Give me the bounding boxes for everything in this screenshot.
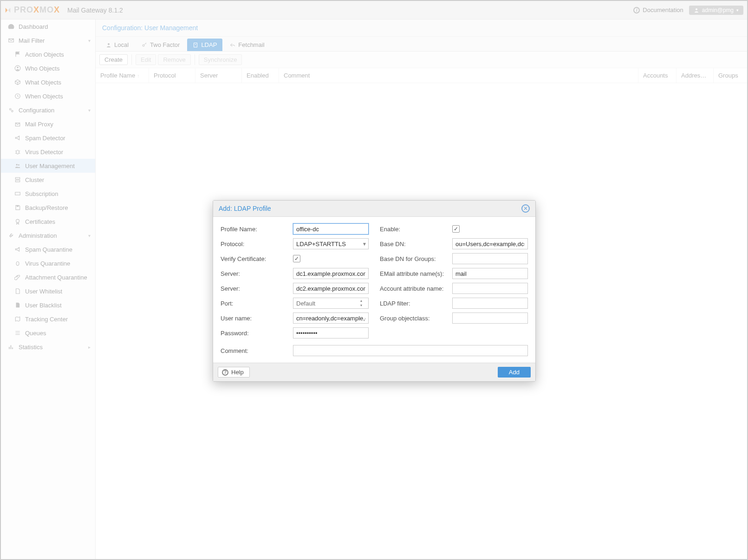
- label-enable: Enable:: [380, 226, 452, 233]
- label-protocol: Protocol:: [221, 241, 293, 247]
- label-base-dn: Base DN:: [380, 241, 452, 247]
- server1-input[interactable]: [293, 268, 369, 279]
- label-group-objectclass: Group objectclass:: [380, 315, 452, 322]
- password-input[interactable]: [293, 327, 369, 339]
- email-attr-input[interactable]: [452, 268, 528, 279]
- group-objectclass-input[interactable]: [452, 313, 528, 324]
- dialog-title-text: Add: LDAP Profile: [219, 205, 271, 212]
- close-icon[interactable]: ✕: [521, 204, 530, 213]
- add-ldap-profile-dialog: Add: LDAP Profile ✕ Profile Name: Protoc…: [213, 200, 536, 382]
- label-base-dn-groups: Base DN for Groups:: [380, 255, 452, 262]
- help-button[interactable]: ? Help: [218, 367, 250, 378]
- comment-input[interactable]: [293, 345, 528, 356]
- label-email-attr: EMail attribute name(s):: [380, 270, 452, 277]
- label-account-attr: Account attribute name:: [380, 285, 452, 292]
- label-comment: Comment:: [221, 347, 293, 354]
- enable-checkbox[interactable]: [452, 225, 460, 233]
- label-verify-certificate: Verify Certificate:: [221, 255, 293, 262]
- label-port: Port:: [221, 300, 293, 307]
- base-dn-groups-input[interactable]: [452, 253, 528, 264]
- username-input[interactable]: [293, 313, 369, 324]
- label-username: User name:: [221, 315, 293, 322]
- profile-name-input[interactable]: [293, 223, 369, 234]
- ldap-filter-input[interactable]: [452, 298, 528, 309]
- account-attr-input[interactable]: [452, 283, 528, 294]
- label-profile-name: Profile Name:: [221, 226, 293, 233]
- label-server1: Server:: [221, 270, 293, 277]
- base-dn-input[interactable]: [452, 238, 528, 249]
- server2-input[interactable]: [293, 283, 369, 294]
- dialog-titlebar[interactable]: Add: LDAP Profile ✕: [213, 201, 535, 217]
- port-input[interactable]: [293, 298, 369, 309]
- protocol-select[interactable]: [293, 238, 369, 249]
- add-button[interactable]: Add: [498, 367, 531, 378]
- label-password: Password:: [221, 330, 293, 337]
- label-server2: Server:: [221, 285, 293, 292]
- label-ldap-filter: LDAP filter:: [380, 300, 452, 307]
- help-icon: ?: [222, 369, 228, 376]
- verify-certificate-checkbox[interactable]: [293, 255, 300, 262]
